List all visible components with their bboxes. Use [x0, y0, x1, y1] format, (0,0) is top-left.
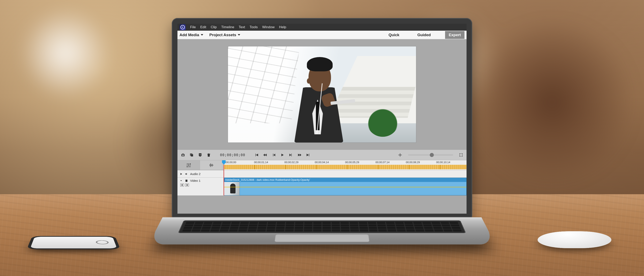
mouse-prop	[535, 231, 614, 248]
menu-text[interactable]: Text	[239, 25, 245, 29]
fast-forward-icon[interactable]	[297, 152, 302, 158]
audio-waveform-icon	[208, 162, 214, 168]
menubar: File Edit Clip Timeline Text Tools Windo…	[178, 24, 466, 31]
chevron-down-icon	[238, 34, 240, 36]
menu-timeline[interactable]: Timeline	[221, 25, 234, 29]
rewind-icon[interactable]	[262, 152, 268, 158]
keyboard	[180, 221, 464, 232]
track-content-video-1[interactable]: AdobeStock_315212806 - dark video.mov Ru…	[224, 178, 466, 196]
chevron-down-icon	[201, 34, 203, 36]
app-logo-icon	[180, 24, 186, 30]
scene-root: File Edit Clip Timeline Text Tools Windo…	[0, 0, 644, 276]
collapse-icon[interactable]	[180, 179, 183, 182]
ruler-label: 00;00;10;14	[436, 161, 467, 164]
ruler-label: 00;00;05;29	[345, 161, 376, 164]
marker-icon[interactable]: N	[198, 152, 203, 158]
menu-window[interactable]: Window	[262, 25, 274, 29]
goto-start-icon[interactable]	[254, 152, 259, 158]
nudge-right-icon[interactable]	[185, 184, 189, 186]
transport-bar: N 00;00;00;00	[178, 150, 466, 160]
ruler-label: 00;00;01;14	[254, 161, 284, 164]
preview-person	[288, 52, 350, 142]
duplicate-icon[interactable]	[189, 152, 194, 158]
svg-text:N: N	[200, 154, 201, 156]
menu-file[interactable]: File	[190, 25, 196, 29]
tab-audio[interactable]	[200, 160, 222, 170]
smartphone-prop	[27, 236, 120, 249]
fit-icon[interactable]	[398, 152, 403, 158]
video-clip[interactable]: AdobeStock_315212806 - dark video.mov Ru…	[224, 178, 466, 196]
zoom-slider[interactable]	[408, 154, 453, 156]
fullscreen-icon[interactable]	[458, 152, 464, 158]
track-audio-2: Audio 2	[178, 170, 466, 178]
mode-quick[interactable]: Quick	[385, 31, 403, 39]
ruler-label: 00;00;04;14	[315, 161, 345, 164]
track-header-audio-2[interactable]: Audio 2	[178, 170, 224, 178]
track-video-1: Video 1 AdobeStock_315212806 - dark vide…	[178, 178, 466, 196]
preview-area	[178, 39, 466, 150]
menu-tools[interactable]: Tools	[250, 25, 258, 29]
project-assets-label: Project Assets	[209, 33, 236, 37]
nudge-left-icon[interactable]	[180, 184, 184, 186]
menu-clip[interactable]: Clip	[211, 25, 217, 29]
menu-help[interactable]: Help	[279, 25, 286, 29]
mode-guided[interactable]: Guided	[414, 31, 434, 39]
sliders-icon	[186, 162, 192, 168]
add-media-label: Add Media	[180, 33, 199, 37]
toolbar: Add Media Project Assets Quick Guided Ex…	[178, 31, 466, 39]
step-forward-icon[interactable]	[288, 152, 294, 158]
rubberband-line[interactable]	[224, 187, 466, 187]
app-window: File Edit Clip Timeline Text Tools Windo…	[178, 24, 466, 214]
camera-icon[interactable]	[180, 152, 186, 158]
track-label: Audio 2	[190, 172, 200, 176]
trash-icon[interactable]	[206, 152, 212, 158]
laptop-lid: File Edit Clip Timeline Text Tools Windo…	[172, 18, 472, 217]
track-content-audio-2[interactable]	[224, 170, 466, 178]
goto-end-icon[interactable]	[306, 152, 311, 158]
ruler-label: 00;00;08;29	[406, 161, 436, 164]
playhead[interactable]	[224, 160, 224, 196]
ruler-label: 00;00;02;29	[284, 161, 315, 164]
tab-sliders[interactable]	[178, 160, 200, 170]
ruler-label: 00;00;07;14	[376, 161, 406, 164]
laptop: File Edit Clip Timeline Text Tools Windo…	[162, 18, 482, 264]
timeline-ruler[interactable]: 0;00;00;00 00;00;01;14 00;00;02;29 00;00…	[224, 160, 466, 170]
mode-expert[interactable]: Expert	[445, 31, 464, 39]
timecode-display: 00;00;00;00	[220, 153, 245, 157]
add-media-dropdown[interactable]: Add Media	[180, 33, 203, 37]
clip-label: AdobeStock_315212806 - dark video.mov Ru…	[224, 178, 466, 182]
menu-edit[interactable]: Edit	[200, 25, 206, 29]
laptop-base	[148, 217, 496, 244]
workspace-modes: Quick Guided Expert	[385, 31, 464, 39]
project-assets-dropdown[interactable]: Project Assets	[209, 33, 240, 37]
preview-plant	[366, 104, 399, 137]
filmstrip-icon	[185, 179, 188, 182]
video-preview[interactable]	[228, 46, 416, 142]
track-label: Video 1	[190, 179, 200, 182]
play-small-icon	[180, 172, 183, 176]
play-icon[interactable]	[280, 152, 285, 158]
speaker-icon	[185, 172, 188, 176]
clip-thumbnail	[224, 182, 240, 195]
step-back-icon[interactable]	[271, 152, 276, 158]
track-header-video-1[interactable]: Video 1	[178, 178, 224, 196]
timeline: 0;00;00;00 00;00;01;14 00;00;02;29 00;00…	[178, 160, 466, 196]
ruler-label: 0;00;00;00	[224, 161, 254, 164]
